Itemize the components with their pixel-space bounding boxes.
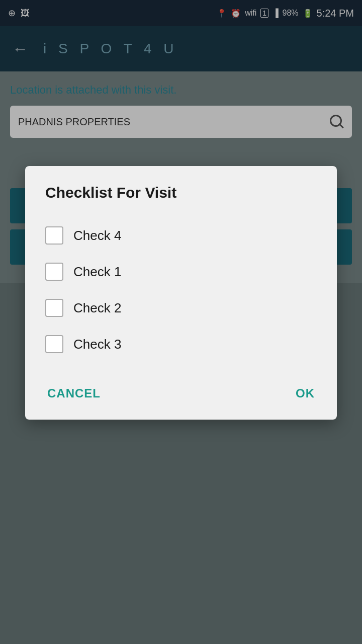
checkbox-check3[interactable] <box>45 335 63 353</box>
dialog-title: Checklist For Visit <box>45 184 317 201</box>
list-item[interactable]: Check 2 <box>45 290 317 326</box>
checklist-items: Check 4 Check 1 Check 2 Check 3 <box>45 217 317 362</box>
list-item[interactable]: Check 3 <box>45 326 317 362</box>
check3-label: Check 3 <box>73 337 121 352</box>
check2-label: Check 2 <box>73 300 121 316</box>
checklist-dialog: Checklist For Visit Check 4 Check 1 Chec… <box>25 166 337 420</box>
list-item[interactable]: Check 1 <box>45 254 317 290</box>
check1-label: Check 1 <box>73 264 121 280</box>
cancel-button[interactable]: CANCEL <box>45 382 103 405</box>
checkbox-check2[interactable] <box>45 299 63 317</box>
list-item[interactable]: Check 4 <box>45 217 317 254</box>
checkbox-check1[interactable] <box>45 263 63 281</box>
check4-label: Check 4 <box>73 228 121 244</box>
checkbox-check4[interactable] <box>45 226 63 245</box>
ok-button[interactable]: OK <box>294 382 317 405</box>
modal-overlay: Checklist For Visit Check 4 Check 1 Chec… <box>0 0 362 644</box>
dialog-actions: CANCEL OK <box>45 374 317 405</box>
